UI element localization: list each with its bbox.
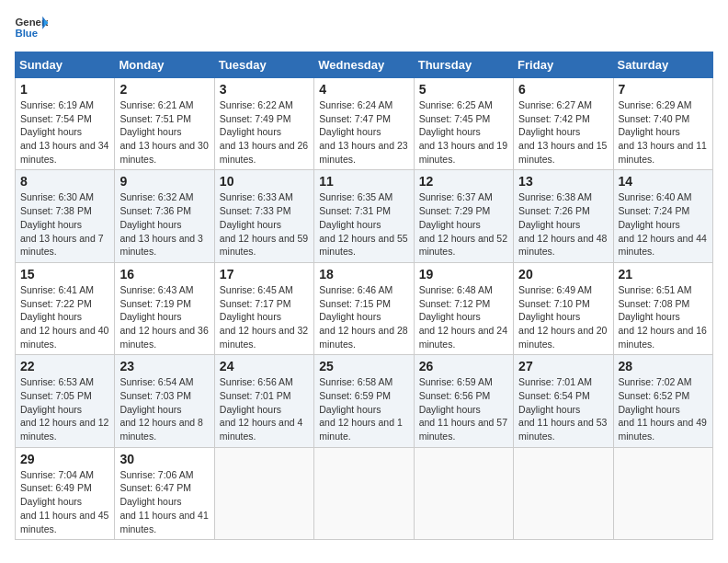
calendar-day-2: 2 Sunrise: 6:21 AMSunset: 7:51 PMDayligh… <box>115 78 214 170</box>
day-info: Sunrise: 6:48 AMSunset: 7:12 PMDaylight … <box>419 284 507 350</box>
calendar-day-28: 28 Sunrise: 7:02 AMSunset: 6:52 PMDaylig… <box>613 355 712 447</box>
calendar-day-3: 3 Sunrise: 6:22 AMSunset: 7:49 PMDayligh… <box>214 78 313 170</box>
logo-icon: General Blue <box>15 15 48 40</box>
weekday-header-tuesday: Tuesday <box>214 52 313 78</box>
calendar-day-21: 21 Sunrise: 6:51 AMSunset: 7:08 PMDaylig… <box>613 262 712 354</box>
day-info: Sunrise: 6:25 AMSunset: 7:45 PMDaylight … <box>419 99 507 165</box>
day-info: Sunrise: 6:58 AMSunset: 6:59 PMDaylight … <box>319 376 403 442</box>
calendar-empty-cell <box>613 447 712 539</box>
logo: General Blue <box>15 15 48 40</box>
day-number: 26 <box>419 359 508 373</box>
calendar-day-14: 14 Sunrise: 6:40 AMSunset: 7:24 PMDaylig… <box>613 170 712 262</box>
day-info: Sunrise: 6:27 AMSunset: 7:42 PMDaylight … <box>518 99 607 165</box>
day-info: Sunrise: 7:06 AMSunset: 6:47 PMDaylight … <box>119 469 208 534</box>
calendar-day-7: 7 Sunrise: 6:29 AMSunset: 7:40 PMDayligh… <box>613 78 712 170</box>
day-info: Sunrise: 6:29 AMSunset: 7:40 PMDaylight … <box>619 99 707 165</box>
weekday-header-friday: Friday <box>514 52 613 78</box>
day-info: Sunrise: 7:01 AMSunset: 6:54 PMDaylight … <box>518 376 607 442</box>
day-number: 23 <box>119 359 209 373</box>
calendar-day-10: 10 Sunrise: 6:33 AMSunset: 7:33 PMDaylig… <box>214 170 313 262</box>
day-info: Sunrise: 6:21 AMSunset: 7:51 PMDaylight … <box>119 99 208 165</box>
day-info: Sunrise: 6:54 AMSunset: 7:03 PMDaylight … <box>119 376 203 442</box>
day-info: Sunrise: 6:59 AMSunset: 6:56 PMDaylight … <box>419 376 507 442</box>
calendar-day-30: 30 Sunrise: 7:06 AMSunset: 6:47 PMDaylig… <box>115 447 214 539</box>
calendar-day-17: 17 Sunrise: 6:45 AMSunset: 7:17 PMDaylig… <box>214 262 313 354</box>
calendar-week-row: 22 Sunrise: 6:53 AMSunset: 7:05 PMDaylig… <box>16 355 713 447</box>
calendar-day-29: 29 Sunrise: 7:04 AMSunset: 6:49 PMDaylig… <box>16 447 115 539</box>
day-number: 30 <box>119 452 209 466</box>
day-number: 1 <box>20 82 109 97</box>
calendar-day-25: 25 Sunrise: 6:58 AMSunset: 6:59 PMDaylig… <box>314 355 414 447</box>
day-info: Sunrise: 6:41 AMSunset: 7:22 PMDaylight … <box>20 284 108 350</box>
day-number: 27 <box>518 359 608 373</box>
calendar-week-row: 1 Sunrise: 6:19 AMSunset: 7:54 PMDayligh… <box>16 78 713 170</box>
calendar-day-13: 13 Sunrise: 6:38 AMSunset: 7:26 PMDaylig… <box>514 170 613 262</box>
day-number: 3 <box>220 82 309 97</box>
day-info: Sunrise: 6:40 AMSunset: 7:24 PMDaylight … <box>619 191 707 257</box>
day-number: 5 <box>419 82 508 97</box>
calendar-day-1: 1 Sunrise: 6:19 AMSunset: 7:54 PMDayligh… <box>16 78 115 170</box>
day-info: Sunrise: 6:45 AMSunset: 7:17 PMDaylight … <box>220 284 308 350</box>
calendar-day-19: 19 Sunrise: 6:48 AMSunset: 7:12 PMDaylig… <box>414 262 513 354</box>
calendar-day-16: 16 Sunrise: 6:43 AMSunset: 7:19 PMDaylig… <box>115 262 214 354</box>
day-info: Sunrise: 6:24 AMSunset: 7:47 PMDaylight … <box>319 99 407 165</box>
day-number: 12 <box>419 174 508 189</box>
calendar-header-row: SundayMondayTuesdayWednesdayThursdayFrid… <box>16 52 713 78</box>
calendar-empty-cell <box>514 447 613 539</box>
day-info: Sunrise: 6:33 AMSunset: 7:33 PMDaylight … <box>220 191 308 257</box>
weekday-header-thursday: Thursday <box>414 52 513 78</box>
day-number: 24 <box>220 359 309 373</box>
calendar-day-12: 12 Sunrise: 6:37 AMSunset: 7:29 PMDaylig… <box>414 170 513 262</box>
day-number: 10 <box>220 174 309 189</box>
day-number: 4 <box>319 82 408 97</box>
day-info: Sunrise: 6:51 AMSunset: 7:08 PMDaylight … <box>619 284 707 350</box>
day-info: Sunrise: 6:56 AMSunset: 7:01 PMDaylight … <box>220 376 303 442</box>
calendar-table: SundayMondayTuesdayWednesdayThursdayFrid… <box>15 52 713 540</box>
day-number: 6 <box>518 82 608 97</box>
page-header: General Blue <box>15 15 713 40</box>
calendar-day-23: 23 Sunrise: 6:54 AMSunset: 7:03 PMDaylig… <box>115 355 214 447</box>
calendar-day-24: 24 Sunrise: 6:56 AMSunset: 7:01 PMDaylig… <box>214 355 313 447</box>
svg-text:Blue: Blue <box>16 28 39 39</box>
calendar-empty-cell <box>214 447 313 539</box>
day-info: Sunrise: 6:43 AMSunset: 7:19 PMDaylight … <box>119 284 208 350</box>
calendar-empty-cell <box>414 447 513 539</box>
day-number: 20 <box>518 267 608 282</box>
day-info: Sunrise: 6:37 AMSunset: 7:29 PMDaylight … <box>419 191 507 257</box>
day-info: Sunrise: 6:53 AMSunset: 7:05 PMDaylight … <box>20 376 108 442</box>
day-info: Sunrise: 6:35 AMSunset: 7:31 PMDaylight … <box>319 191 407 257</box>
calendar-day-11: 11 Sunrise: 6:35 AMSunset: 7:31 PMDaylig… <box>314 170 414 262</box>
day-info: Sunrise: 7:04 AMSunset: 6:49 PMDaylight … <box>20 469 108 534</box>
day-number: 18 <box>319 267 408 282</box>
day-number: 22 <box>20 359 109 373</box>
day-number: 25 <box>319 359 408 373</box>
day-info: Sunrise: 7:02 AMSunset: 6:52 PMDaylight … <box>619 376 707 442</box>
day-number: 2 <box>119 82 209 97</box>
calendar-week-row: 15 Sunrise: 6:41 AMSunset: 7:22 PMDaylig… <box>16 262 713 354</box>
day-number: 8 <box>20 174 109 189</box>
day-info: Sunrise: 6:49 AMSunset: 7:10 PMDaylight … <box>518 284 607 350</box>
day-number: 17 <box>220 267 309 282</box>
day-info: Sunrise: 6:32 AMSunset: 7:36 PMDaylight … <box>119 191 203 257</box>
day-number: 19 <box>419 267 508 282</box>
calendar-day-27: 27 Sunrise: 7:01 AMSunset: 6:54 PMDaylig… <box>514 355 613 447</box>
calendar-day-6: 6 Sunrise: 6:27 AMSunset: 7:42 PMDayligh… <box>514 78 613 170</box>
calendar-day-15: 15 Sunrise: 6:41 AMSunset: 7:22 PMDaylig… <box>16 262 115 354</box>
day-number: 7 <box>619 82 708 97</box>
calendar-day-4: 4 Sunrise: 6:24 AMSunset: 7:47 PMDayligh… <box>314 78 414 170</box>
day-number: 11 <box>319 174 408 189</box>
calendar-week-row: 8 Sunrise: 6:30 AMSunset: 7:38 PMDayligh… <box>16 170 713 262</box>
calendar-day-8: 8 Sunrise: 6:30 AMSunset: 7:38 PMDayligh… <box>16 170 115 262</box>
calendar-day-5: 5 Sunrise: 6:25 AMSunset: 7:45 PMDayligh… <box>414 78 513 170</box>
calendar-body: 1 Sunrise: 6:19 AMSunset: 7:54 PMDayligh… <box>16 78 713 540</box>
day-number: 28 <box>619 359 708 373</box>
calendar-day-26: 26 Sunrise: 6:59 AMSunset: 6:56 PMDaylig… <box>414 355 513 447</box>
calendar-day-22: 22 Sunrise: 6:53 AMSunset: 7:05 PMDaylig… <box>16 355 115 447</box>
calendar-week-row: 29 Sunrise: 7:04 AMSunset: 6:49 PMDaylig… <box>16 447 713 539</box>
day-number: 13 <box>518 174 608 189</box>
day-info: Sunrise: 6:22 AMSunset: 7:49 PMDaylight … <box>220 99 308 165</box>
calendar-empty-cell <box>314 447 414 539</box>
day-number: 21 <box>619 267 708 282</box>
weekday-header-sunday: Sunday <box>16 52 115 78</box>
day-info: Sunrise: 6:38 AMSunset: 7:26 PMDaylight … <box>518 191 607 257</box>
